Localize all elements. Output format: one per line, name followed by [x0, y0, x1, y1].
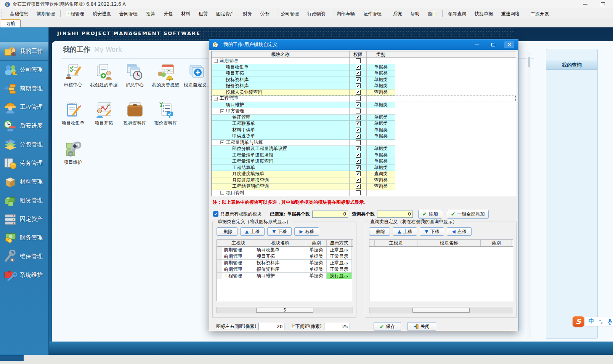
workspace-shortcut-我的历史提醒[interactable]: 我的历史提醒 — [150, 63, 181, 88]
sidebar-item-系统维护[interactable]: 系统维护 — [0, 266, 48, 284]
collapse-icon[interactable] — [214, 59, 218, 63]
tree-row-工程结算单[interactable]: 工程结算单✔单据类 — [212, 165, 516, 171]
tree-row-项目收集单[interactable]: 项目收集单✔单据类 — [212, 64, 516, 71]
menu-item-二次开发[interactable]: 二次开发 — [526, 10, 553, 18]
add-button[interactable]: ✔添加 — [418, 210, 442, 219]
ime-mode-toggle[interactable]: 中 — [589, 318, 594, 325]
tree-row-工程联系单[interactable]: 工程联系单✔单据类 — [212, 121, 516, 127]
doc-table-row[interactable]: 前期管理项目收集单单据类正常显示 — [217, 247, 353, 253]
tree-row-项目维护[interactable]: 项目维护✔单据类 — [212, 102, 516, 109]
tree-row-前期管理[interactable]: 前期管理 — [212, 58, 516, 64]
doc-table-row[interactable]: 前期管理项目开拓单据类正常显示 — [217, 253, 353, 260]
sidebar-item-前期管理[interactable]: 前期管理 — [0, 79, 48, 98]
sidebar-item-质安进度[interactable]: 质安进度 — [0, 117, 48, 135]
only-permission-checkbox[interactable]: ✔ — [213, 211, 218, 217]
permission-checkbox[interactable]: ✔ — [356, 171, 361, 176]
menu-item-工程管理[interactable]: 工程管理 — [62, 10, 88, 18]
左移-button[interactable]: ◀左移 — [447, 227, 471, 236]
sidebar-item-公司管理[interactable]: 公司管理 — [0, 61, 48, 79]
add-all-button[interactable]: ✔一键全部添加 — [447, 210, 489, 219]
menu-item-前期管理[interactable]: 前期管理 — [32, 10, 59, 18]
tree-row-项目资料[interactable]: 项目资料 — [212, 190, 516, 196]
permission-checkbox[interactable]: ✔ — [356, 102, 361, 107]
collapse-icon[interactable] — [220, 191, 224, 195]
permission-checkbox[interactable]: ✔ — [356, 90, 361, 95]
permission-checkbox[interactable]: ✔ — [356, 165, 361, 170]
menu-item-预算[interactable]: 预算 — [142, 10, 159, 18]
tree-row-项目开拓[interactable]: 项目开拓✔单据类 — [212, 70, 516, 77]
permission-checkbox[interactable]: ✔ — [356, 184, 361, 189]
permission-checkbox[interactable]: ✔ — [356, 83, 361, 88]
scrollbar-thumb[interactable] — [528, 57, 530, 67]
tree-row-甲方管理[interactable]: 甲方管理 — [212, 108, 516, 115]
tree-row-工程量清单与结算[interactable]: 工程量清单与结算 — [212, 140, 516, 146]
menu-item-分包[interactable]: 分包 — [159, 10, 177, 18]
permission-checkbox[interactable]: ✔ — [356, 128, 361, 133]
menu-item-质安进度[interactable]: 质安进度 — [88, 10, 115, 18]
collapse-icon[interactable] — [214, 97, 218, 101]
permission-checkbox[interactable] — [356, 109, 361, 113]
tree-row-材料甲供单[interactable]: 材料甲供单✔单据类 — [212, 127, 516, 134]
menu-item-公司管理[interactable]: 公司管理 — [276, 10, 303, 18]
sidebar-item-租赁管理[interactable]: 租赁管理 — [0, 191, 48, 210]
删除-button[interactable]: 删除 — [369, 227, 390, 236]
tree-row-投标人员业绩查询[interactable]: 投标人员业绩查询✔查询类 — [212, 89, 516, 96]
menu-item-重连网络[interactable]: 重连网络 — [497, 10, 524, 18]
minimize-button[interactable] — [579, 1, 592, 8]
workspace-shortcut-项目维护[interactable]: 项目维护 — [58, 140, 88, 165]
permission-checkbox[interactable]: ✔ — [356, 153, 361, 158]
sidebar-item-劳务管理[interactable]: 劳务管理 — [0, 154, 48, 172]
menu-item-租赁[interactable]: 租赁 — [194, 10, 212, 18]
menu-item-快捷单据[interactable]: 快捷单据 — [470, 10, 497, 18]
下移-button[interactable]: ▼下移 — [267, 227, 292, 236]
save-button[interactable]: ✔保存 — [374, 322, 401, 331]
sidebar-item-固定资产[interactable]: 固定资产 — [0, 210, 48, 228]
上移-button[interactable]: ▲上移 — [240, 227, 265, 236]
tree-row-投标资料库[interactable]: 投标资料库✔单据类 — [212, 77, 516, 83]
workspace-shortcut-模块自定义..[interactable]: 模块自定义.. — [181, 63, 212, 88]
workspace-shortcut-消息中心[interactable]: 消息中心 — [119, 63, 150, 88]
tree-row-甲供退货单[interactable]: 甲供退货单✔单据类 — [212, 133, 516, 140]
menu-item-窗口[interactable]: 窗口 — [424, 10, 441, 18]
下移-button[interactable]: ▼下移 — [420, 227, 444, 236]
close-button[interactable]: 关闭 — [407, 322, 436, 331]
sidebar-item-我的工作[interactable]: 我的工作 — [0, 42, 48, 61]
h-spacing-field[interactable] — [258, 323, 284, 330]
右移-button[interactable]: ▶右移 — [294, 227, 319, 236]
permission-checkbox[interactable] — [356, 190, 361, 195]
workspace-shortcut-我创建的单据[interactable]: 我创建的单据 — [88, 63, 119, 88]
dialog-close-icon[interactable]: × — [504, 41, 514, 48]
workspace-shortcut-审核中心[interactable]: 审核中心 — [58, 63, 88, 88]
menu-item-行政物资[interactable]: 行政物资 — [303, 10, 330, 18]
上移-button[interactable]: ▲上移 — [393, 227, 417, 236]
menu-item-证件管理[interactable]: 证件管理 — [359, 10, 386, 18]
doc-table-row[interactable]: 前期管理报价资料库单据类正常显示 — [217, 266, 353, 273]
permission-checkbox[interactable] — [356, 58, 361, 63]
tree-row-工程量清单进度查询[interactable]: 工程量清单进度查询✔单据类 — [212, 158, 516, 165]
permission-checkbox[interactable]: ✔ — [356, 146, 361, 151]
tree-row-工程结算明细查询[interactable]: 工程结算明细查询✔查询类 — [212, 184, 516, 190]
permission-checkbox[interactable]: ✔ — [356, 115, 361, 120]
workspace-shortcut-项目开拓[interactable]: 项目开拓 — [88, 101, 119, 126]
menu-item-帮助[interactable]: 帮助 — [406, 10, 424, 18]
sidebar-item-材料管理[interactable]: 材料管理 — [0, 172, 48, 191]
menu-item-领导查询[interactable]: 领导查询 — [444, 10, 470, 18]
doc-table-row[interactable]: 前期管理投标资料库单据类正常显示 — [217, 260, 353, 266]
menu-item-内部车辆[interactable]: 内部车辆 — [332, 10, 359, 18]
menu-item-系统[interactable]: 系统 — [388, 10, 406, 18]
sidebar-item-财务管理[interactable]: 财务管理 — [0, 228, 48, 247]
permission-checkbox[interactable]: ✔ — [356, 159, 361, 164]
tree-row-签证管理[interactable]: 签证管理✔单据类 — [212, 115, 516, 121]
permission-checkbox[interactable]: ✔ — [356, 121, 361, 126]
menu-item-基础信息[interactable]: 基础信息 — [6, 10, 32, 18]
workspace-shortcut-报价资料库[interactable]: 报价资料库 — [150, 101, 181, 126]
sidebar-item-分包管理[interactable]: 分包管理 — [0, 135, 48, 154]
tree-row-月度进度填报单[interactable]: 月度进度填报单✔查询类 — [212, 171, 516, 177]
maximize-button[interactable] — [596, 1, 609, 8]
tree-row-月度进度填报查询[interactable]: 月度进度填报查询✔查询类 — [212, 177, 516, 184]
permission-checkbox[interactable]: ✔ — [356, 65, 361, 70]
query-count-field[interactable] — [377, 211, 413, 218]
tree-row-工程管理[interactable]: 工程管理 — [212, 96, 516, 102]
menu-item-财务[interactable]: 财务 — [239, 10, 256, 18]
doc-table-row[interactable]: 工程管理项目维护单据类换行显示 — [217, 273, 353, 279]
